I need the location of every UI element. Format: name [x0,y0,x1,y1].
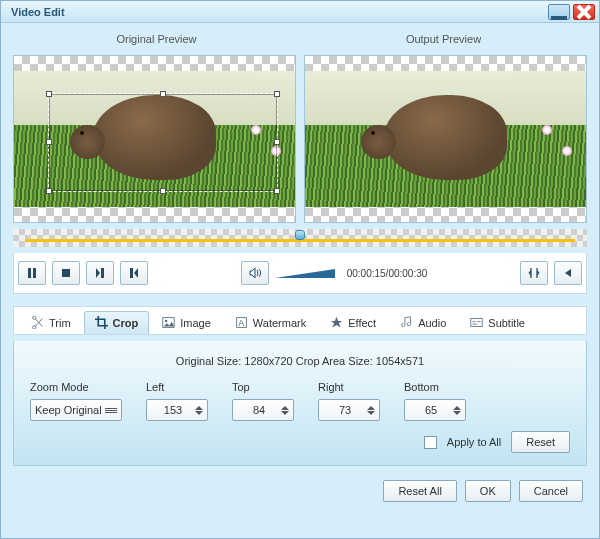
crop-handle-br[interactable] [274,188,280,194]
tab-subtitle-label: Subtitle [488,317,525,329]
reset-all-button[interactable]: Reset All [383,480,456,502]
tab-effect[interactable]: Effect [319,311,387,334]
svg-point-5 [165,320,167,322]
svg-rect-1 [28,268,31,278]
titlebar: Video Edit [1,1,599,23]
reset-button[interactable]: Reset [511,431,570,453]
output-preview [304,55,587,223]
watermark-icon: A [235,316,248,329]
time-display: 00:00:15/00:00:30 [347,268,428,279]
playhead[interactable] [295,230,305,240]
output-frame [305,71,586,207]
crop-fields: Zoom Mode Keep Original Left 153 Top 84 … [30,381,570,421]
crop-handle-b[interactable] [160,188,166,194]
mark-in-button[interactable] [86,261,114,285]
top-value: 84 [237,404,281,416]
volume-button[interactable] [241,261,269,285]
tab-crop-label: Crop [113,317,139,329]
crop-panel: Original Size: 1280x720 Crop Area Size: … [13,341,587,466]
minimize-button[interactable] [548,4,570,20]
music-note-icon [400,316,413,329]
crop-handle-t[interactable] [160,91,166,97]
video-edit-window: Video Edit Original Preview Output Previ… [0,0,600,539]
tab-trim-label: Trim [49,317,71,329]
right-value: 73 [323,404,367,416]
pause-button[interactable] [18,261,46,285]
tab-audio-label: Audio [418,317,446,329]
tab-watermark-label: Watermark [253,317,306,329]
left-value: 153 [151,404,195,416]
timeline[interactable] [13,229,587,247]
dialog-footer: Reset All OK Cancel [13,472,587,502]
bottom-spinner[interactable]: 65 [404,399,466,421]
star-icon [330,316,343,329]
tab-effect-label: Effect [348,317,376,329]
left-label: Left [146,381,208,393]
left-spinner[interactable]: 153 [146,399,208,421]
tabbar: Trim Crop Image AWatermark Effect Audio … [13,306,587,335]
volume-slider[interactable] [275,269,335,278]
right-spinner[interactable]: 73 [318,399,380,421]
dropdown-icon [105,404,117,416]
svg-rect-3 [62,269,70,277]
tab-audio[interactable]: Audio [389,311,457,334]
content-area: Original Preview Output Preview [1,23,599,538]
close-button[interactable] [573,4,595,20]
zoom-mode-value: Keep Original [35,404,102,416]
svg-text:A: A [238,318,244,328]
crop-selection[interactable] [48,93,278,193]
bottom-label: Bottom [404,381,466,393]
window-title: Video Edit [5,6,545,18]
zoom-mode-combo[interactable]: Keep Original [30,399,122,421]
right-label: Right [318,381,380,393]
preview-headers: Original Preview Output Preview [13,33,587,49]
top-label: Top [232,381,294,393]
crop-panel-footer: Apply to All Reset [30,431,570,453]
tab-image[interactable]: Image [151,311,222,334]
scissors-icon [31,316,44,329]
svg-rect-8 [471,318,482,326]
cancel-button[interactable]: Cancel [519,480,583,502]
svg-rect-0 [551,16,567,20]
crop-handle-tr[interactable] [274,91,280,97]
crop-handle-r[interactable] [274,139,280,145]
crop-icon [95,316,108,329]
crop-handle-tl[interactable] [46,91,52,97]
size-info: Original Size: 1280x720 Crop Area Size: … [30,355,570,367]
playback-controls: 00:00:15/00:00:30 [13,253,587,294]
original-preview[interactable] [13,55,296,223]
zoom-mode-label: Zoom Mode [30,381,122,393]
subtitle-icon [470,316,483,329]
previews [13,55,587,223]
svg-rect-2 [33,268,36,278]
tab-subtitle[interactable]: Subtitle [459,311,536,334]
original-preview-label: Original Preview [13,33,300,49]
image-icon [162,316,175,329]
tab-watermark[interactable]: AWatermark [224,311,317,334]
apply-all-label: Apply to All [447,436,501,448]
tab-image-label: Image [180,317,211,329]
apply-all-checkbox[interactable] [424,436,437,449]
tab-crop[interactable]: Crop [84,311,150,334]
crop-handle-bl[interactable] [46,188,52,194]
prev-frame-button[interactable] [554,261,582,285]
ok-button[interactable]: OK [465,480,511,502]
output-preview-label: Output Preview [300,33,587,49]
mark-out-button[interactable] [120,261,148,285]
crop-handle-l[interactable] [46,139,52,145]
tab-trim[interactable]: Trim [20,311,82,334]
top-spinner[interactable]: 84 [232,399,294,421]
compare-button[interactable] [520,261,548,285]
stop-button[interactable] [52,261,80,285]
bottom-value: 65 [409,404,453,416]
